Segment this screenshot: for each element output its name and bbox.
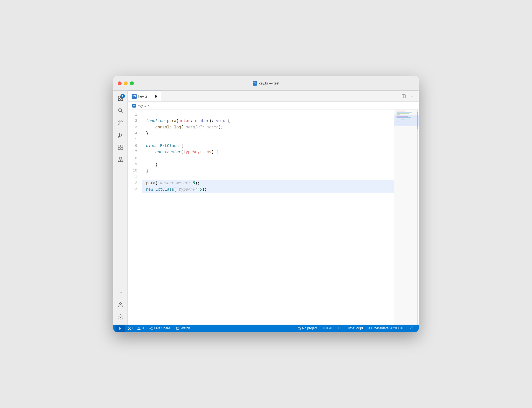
sidebar-item-search[interactable] bbox=[115, 105, 126, 116]
code-line-4: } bbox=[142, 130, 394, 136]
breadcrumb-separator: › bbox=[148, 104, 149, 108]
code-content[interactable]: function para(meter: number): void { con… bbox=[142, 110, 394, 325]
breadcrumb: TS key.ts › ... bbox=[128, 102, 419, 110]
explorer-badge: 1 bbox=[121, 94, 125, 98]
editor-area: TS key.ts ··· TS key.ts bbox=[128, 91, 419, 325]
svg-line-31 bbox=[150, 329, 152, 329]
svg-rect-37 bbox=[298, 327, 300, 330]
breadcrumb-filename[interactable]: key.ts bbox=[138, 104, 146, 108]
titlebar-title: TS key.ts — test bbox=[253, 81, 279, 86]
split-editor-button[interactable] bbox=[400, 92, 408, 100]
svg-line-5 bbox=[121, 111, 122, 113]
sidebar-item-settings[interactable] bbox=[115, 311, 126, 322]
code-line-5 bbox=[142, 137, 394, 143]
status-branch-icon[interactable] bbox=[116, 325, 125, 332]
live-share-label: Live Share bbox=[154, 326, 170, 330]
tab-ts-icon: TS bbox=[132, 94, 137, 99]
warning-count: 0 bbox=[142, 326, 144, 330]
status-bar: 0 0 Live Share bbox=[113, 325, 419, 332]
status-bell[interactable] bbox=[407, 325, 416, 332]
svg-point-28 bbox=[152, 327, 153, 328]
no-project-label: No project bbox=[302, 326, 317, 330]
svg-rect-14 bbox=[118, 148, 120, 150]
status-encoding[interactable]: UTF-8 bbox=[320, 325, 335, 332]
svg-point-18 bbox=[120, 316, 121, 318]
code-line-12: para( Number meter: 5); bbox=[142, 180, 394, 186]
svg-rect-15 bbox=[121, 148, 122, 150]
line-numbers: 1 2 3 4 5 6 7 8 9 10 11 12 13 bbox=[128, 110, 142, 325]
code-line-1 bbox=[142, 112, 394, 118]
sidebar-item-source-control[interactable] bbox=[115, 117, 126, 128]
minimize-button[interactable] bbox=[124, 81, 128, 85]
svg-point-8 bbox=[121, 121, 122, 122]
tab-actions: ··· bbox=[400, 91, 419, 101]
window-title: key.ts — test bbox=[259, 81, 279, 85]
activity-bar: 1 bbox=[113, 91, 128, 325]
svg-point-6 bbox=[119, 121, 120, 122]
code-line-13: new ExtClass( typeAny: 5); bbox=[142, 186, 394, 193]
minimap bbox=[394, 110, 419, 325]
svg-rect-3 bbox=[121, 99, 123, 101]
svg-point-17 bbox=[119, 303, 121, 305]
svg-rect-2 bbox=[118, 99, 120, 101]
code-line-8 bbox=[142, 155, 394, 161]
traffic-lights bbox=[118, 81, 134, 85]
minimap-scrollbar-thumb bbox=[417, 112, 418, 129]
breadcrumb-ts-icon: TS bbox=[132, 104, 136, 108]
version-label: 4.0.2-insiders.20200818 bbox=[368, 326, 404, 330]
svg-rect-13 bbox=[121, 145, 122, 147]
status-watch[interactable]: Watch bbox=[173, 325, 193, 332]
watch-label: Watch bbox=[181, 326, 190, 330]
encoding-label: UTF-8 bbox=[323, 326, 332, 330]
status-live-share[interactable]: Live Share bbox=[146, 325, 173, 332]
code-editor[interactable]: 1 2 3 4 5 6 7 8 9 10 11 12 13 bbox=[128, 110, 394, 325]
sidebar-item-run-debug[interactable] bbox=[115, 130, 126, 141]
svg-point-7 bbox=[119, 124, 120, 125]
code-line-3: console.log( data[0]: meter); bbox=[142, 124, 394, 130]
svg-marker-9 bbox=[119, 133, 122, 137]
maximize-button[interactable] bbox=[130, 81, 134, 85]
status-version[interactable]: 4.0.2-insiders.20200818 bbox=[366, 325, 407, 332]
status-language[interactable]: TypeScript bbox=[345, 325, 366, 332]
svg-point-16 bbox=[120, 160, 121, 161]
code-line-11 bbox=[142, 174, 394, 180]
close-button[interactable] bbox=[118, 81, 122, 85]
code-line-6: class ExtClass { bbox=[142, 143, 394, 149]
code-line-10: } bbox=[142, 168, 394, 174]
ts-icon: TS bbox=[253, 81, 257, 86]
more-actions-button[interactable]: ··· bbox=[409, 92, 416, 100]
svg-rect-33 bbox=[176, 327, 179, 329]
svg-point-10 bbox=[118, 136, 119, 138]
sidebar-item-explorer[interactable]: 1 bbox=[115, 93, 126, 104]
tab-keyts[interactable]: TS key.ts bbox=[128, 91, 161, 101]
sidebar-item-account[interactable] bbox=[115, 299, 126, 310]
svg-rect-12 bbox=[118, 145, 120, 147]
tab-filename: key.ts bbox=[138, 94, 147, 98]
svg-line-32 bbox=[150, 327, 152, 328]
sidebar-item-more[interactable]: ··· bbox=[115, 287, 126, 298]
sidebar-item-testing[interactable] bbox=[115, 154, 126, 165]
language-label: TypeScript bbox=[347, 326, 363, 330]
breadcrumb-rest[interactable]: ... bbox=[150, 104, 153, 108]
code-line-7: constructor(typeAny: any) { bbox=[142, 149, 394, 155]
svg-point-4 bbox=[118, 109, 121, 112]
tab-bar: TS key.ts ··· bbox=[128, 91, 419, 102]
svg-point-29 bbox=[150, 328, 151, 329]
code-line-2: function para(meter: number): void { bbox=[142, 118, 394, 124]
minimap-scrollbar bbox=[417, 110, 418, 325]
vscode-window: TS key.ts — test 1 bbox=[113, 76, 419, 332]
error-count: 0 bbox=[132, 326, 134, 330]
sidebar-item-extensions[interactable] bbox=[115, 142, 126, 153]
svg-point-27 bbox=[139, 329, 139, 329]
tab-unsaved-dot bbox=[155, 95, 157, 98]
code-area: 1 2 3 4 5 6 7 8 9 10 11 12 13 bbox=[128, 110, 419, 325]
svg-point-30 bbox=[152, 329, 153, 330]
main-area: 1 bbox=[113, 91, 419, 325]
titlebar: TS key.ts — test bbox=[113, 76, 419, 91]
status-no-project[interactable]: No project bbox=[295, 325, 320, 332]
status-line-ending[interactable]: LF bbox=[335, 325, 345, 332]
svg-rect-0 bbox=[118, 96, 120, 98]
line-ending-label: LF bbox=[338, 326, 342, 330]
code-line-9: } bbox=[142, 161, 394, 168]
status-errors[interactable]: 0 0 bbox=[125, 325, 146, 332]
